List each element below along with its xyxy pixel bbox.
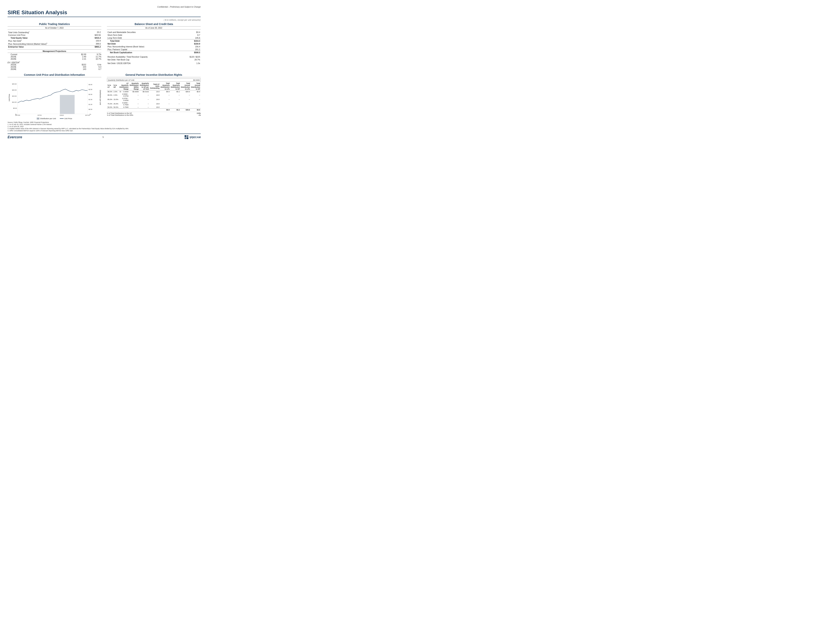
svg-rect-21	[187, 135, 188, 137]
col-qtr-gp: Quarterly Distribution to GP per LP Unit	[139, 82, 150, 90]
svg-text:10/7/20: 10/7/20	[15, 114, 20, 116]
svg-text:$5.00: $5.00	[13, 107, 17, 109]
row-label: Long-Term Debt	[107, 36, 180, 39]
cell-annual-gp: --	[190, 101, 201, 106]
cell-pct-lp: 98.0%	[107, 93, 113, 97]
table-row: Common Unit Price $20.56	[8, 34, 101, 37]
row-value: $120 / $225	[180, 55, 201, 58]
svg-text:10/7/22: 10/7/22	[85, 114, 90, 116]
table-row: 2024E 2.21 10.7%	[8, 58, 101, 60]
cell-range: 0.5750 - 0.6250	[119, 97, 129, 101]
row-metric: 143	[71, 68, 86, 70]
row-label: Total Equity Value	[8, 37, 87, 39]
row-value: $3.4	[180, 31, 201, 34]
table-row: Total Debt $154.3	[107, 39, 201, 42]
chart-title: Common Unit Price and Distribution Infor…	[8, 73, 101, 76]
table-row: 85.0% 15.0% 0.5750 - 0.6250 -- -- 19.8 -…	[107, 97, 201, 101]
total-annual-lp: $39.6	[180, 108, 191, 111]
cell-pct-gp: 2.0%	[113, 90, 119, 93]
idr-footer-idr: % of Total Distributions to the IDRs --%	[107, 114, 201, 116]
table-row: Short-Term Debt 8.7	[107, 34, 201, 36]
legend-distribution-label: Distribution per Unit	[40, 118, 56, 119]
page-footer: Evercore 5 ŞİŞECAM	[8, 134, 201, 139]
total-gp: $0.2	[170, 108, 180, 111]
mgmt-projections-header: Management Projections	[8, 50, 101, 53]
svg-text:$10.00: $10.00	[12, 101, 17, 103]
table-row: Long-Term Debt 145.6	[107, 36, 201, 39]
balance-sheet-as-of: As of June 30, 2022	[107, 26, 201, 29]
row-value: $965.2	[87, 45, 101, 48]
footnote-source: Source: Public filings, FactSet, SIRE Fi…	[8, 121, 201, 123]
svg-text:$20.00: $20.00	[12, 89, 17, 91]
col-annual-lp: Total Annual Distribution to LPs	[180, 82, 191, 90]
cell-pct-gp: 2.0%	[113, 93, 119, 97]
cell-pct-lp: 50.0%	[107, 106, 113, 108]
cell-annual-gp: --	[190, 97, 201, 101]
table-row: Plus: Noncontrolling Interest (Book Valu…	[107, 45, 201, 48]
svg-rect-22	[185, 137, 186, 139]
col-lp-range: LP Quarterly Distribution Range	[119, 82, 129, 90]
cell-range: $-- - 0.5000	[119, 90, 129, 93]
y-right-label: Distribution per Unit	[95, 79, 101, 117]
idr-footer: % of Total Distributions to the GP 2.0% …	[107, 112, 201, 116]
idr-total-row: $9.9 $0.2 $39.6 $0.8	[107, 108, 201, 111]
row-label: 2023E	[8, 55, 71, 58]
table-row: Net Debt $150.9	[107, 42, 201, 45]
public-trading-as-of: As of October 7, 2022	[8, 26, 101, 29]
row-label: Revolver Availability / Total Revolver C…	[107, 55, 180, 58]
row-metric: 2.40	[71, 55, 86, 58]
cell-pct-lp: 75.0%	[107, 101, 113, 106]
table-row: 2023E 2.40 11.7%	[8, 55, 101, 58]
row-label: Plus: Noncontrolling Interest (Book Valu…	[107, 45, 180, 48]
cell-total-gp: --	[170, 97, 180, 101]
row-value: $20.56	[87, 34, 101, 37]
row-value: 201.2	[180, 48, 201, 51]
cell-gp-unit: --	[139, 93, 150, 97]
table-row: Current $2.00 9.7%	[8, 53, 101, 55]
row-yield: 10.7%	[86, 58, 101, 60]
col-annual-gp: Total Annual Distribution to GP	[190, 82, 201, 90]
cell-pct-gp: 50.0%	[113, 106, 119, 108]
cell-qtr: $0.5000	[129, 90, 139, 93]
row-metric: 154	[71, 66, 86, 68]
cell-annual-lp: --	[180, 97, 191, 101]
row-yield: 9.7%	[86, 53, 101, 55]
cell-lp-units: 19.8	[150, 97, 160, 101]
cell-total-gp: --	[170, 101, 180, 106]
cell-annual-gp: $0.8	[190, 90, 201, 93]
table-row: Enterprise Value $965.2	[8, 45, 101, 48]
page-number: 5	[103, 136, 104, 138]
row-label: Plus: Noncontrolling Interest (Market Va…	[8, 42, 87, 45]
cell-range: 0.7500	[119, 106, 129, 108]
row-value: 145.6	[180, 36, 201, 39]
row-metric: $152	[71, 63, 86, 66]
row-label: Short-Term Debt	[107, 34, 180, 36]
row-value: 150.9	[87, 39, 101, 42]
cell-total-lp: --	[160, 93, 170, 97]
svg-text:2/5/22: 2/5/22	[60, 114, 64, 116]
svg-text:$2.00: $2.00	[88, 93, 92, 95]
evercore-logo: Evercore	[8, 135, 22, 139]
cell-pct-lp: 98.0%	[107, 90, 113, 93]
cell-lp-units: 19.8	[150, 93, 160, 97]
cell-qtr: --	[129, 93, 139, 97]
legend-price-label: Unit Price	[64, 118, 72, 119]
row-label: 2023E	[8, 66, 71, 68]
row-yield: 6.3	[86, 66, 101, 68]
table-row: Net Debt / Net Book Cap 29.7%	[107, 58, 201, 61]
balance-sheet-table: Cash and Marketable Securities $3.4 Shor…	[107, 31, 201, 64]
cell-annual-lp: $39.6	[180, 90, 191, 93]
col-pct-lp: % to LP	[107, 82, 113, 90]
row-value: 29.7%	[180, 58, 201, 61]
row-yield: 11.7%	[86, 55, 101, 58]
table-row: 75.0% 25.0% 0.6250 - 0.7500 -- -- 19.8 -…	[107, 101, 201, 106]
cell-total-gp: --	[170, 93, 180, 97]
cell-annual-lp: --	[180, 101, 191, 106]
row-label: 2024E	[8, 68, 71, 70]
table-row: Net Book Capitalization $508.5	[107, 51, 201, 54]
table-row: 98.0% 2.0% $-- - 0.5000 $0.5000 $0.0102 …	[107, 90, 201, 93]
row-label: 2024E	[8, 58, 71, 60]
distribution-bar	[60, 95, 75, 114]
cell-range: 0.6250 - 0.7500	[119, 101, 129, 106]
cell-total-lp: --	[160, 101, 170, 106]
